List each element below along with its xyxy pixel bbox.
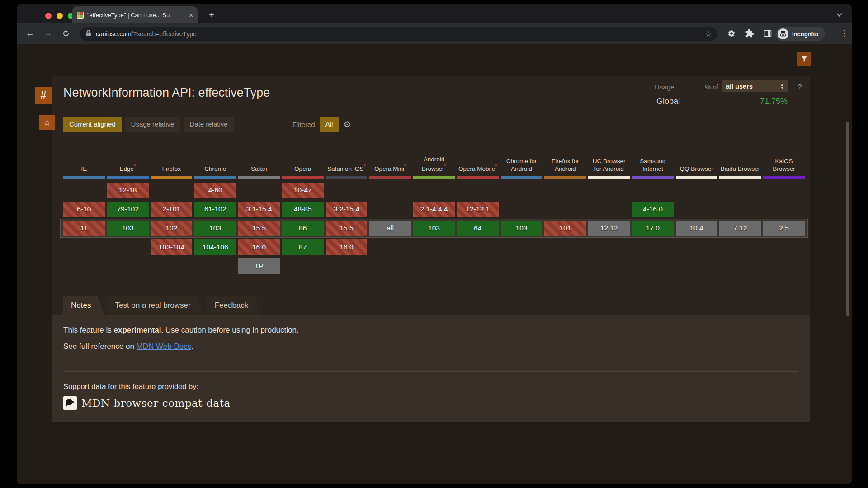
browser-header[interactable]: IE <box>63 136 105 179</box>
browser-color-bar <box>326 176 368 179</box>
reload-button[interactable] <box>62 29 70 39</box>
browser-header[interactable]: Edge* <box>107 136 149 179</box>
support-cell[interactable]: 48-85 <box>282 202 324 217</box>
empty-cell <box>501 202 542 217</box>
lock-icon[interactable] <box>85 30 91 38</box>
back-button[interactable]: ← <box>26 28 34 38</box>
empty-cell <box>501 239 542 255</box>
support-cell[interactable]: 16.0 <box>326 239 368 255</box>
browser-header[interactable]: Firefox for Android <box>544 136 586 179</box>
new-tab-button[interactable]: + <box>206 9 217 21</box>
support-cell[interactable]: 103 <box>413 221 455 236</box>
extension-gear-icon[interactable] <box>727 29 736 40</box>
browser-header[interactable]: Safari on iOS* <box>326 136 368 179</box>
browser-name: Edge* <box>107 163 149 173</box>
support-cell[interactable]: 15.5 <box>326 221 368 236</box>
support-cell[interactable]: 101 <box>544 221 586 236</box>
support-cell[interactable]: 15.5 <box>238 221 280 236</box>
support-cell[interactable]: 12.12 <box>588 221 630 236</box>
support-cell[interactable]: 79-102 <box>107 202 149 217</box>
support-cell[interactable]: 87 <box>282 239 324 255</box>
browser-name: Baidu Browser <box>719 165 761 173</box>
support-cell[interactable]: 2.1-4.4.4 <box>413 202 455 217</box>
empty-cell <box>719 258 761 274</box>
hash-anchor-button[interactable]: # <box>35 87 52 104</box>
support-cell[interactable]: 61-102 <box>194 202 236 217</box>
extensions-puzzle-icon[interactable] <box>745 29 754 40</box>
support-cell[interactable]: 103 <box>501 221 542 236</box>
tab-search-chevron-icon[interactable] <box>837 12 842 16</box>
browser-header[interactable]: Safari <box>238 136 280 179</box>
empty-cell <box>632 258 674 274</box>
browser-header[interactable]: Chrome for Android <box>501 136 542 179</box>
support-cell[interactable]: 11 <box>63 221 105 236</box>
browser-header[interactable]: Android Browser* <box>413 136 455 179</box>
bookmark-star-icon[interactable]: ☆ <box>705 29 712 39</box>
usage-relative-button[interactable]: Usage relative <box>125 117 180 132</box>
support-cell[interactable]: all <box>369 221 411 236</box>
support-cell[interactable]: 17.0 <box>632 221 674 236</box>
support-cell[interactable]: 103 <box>194 221 236 236</box>
support-cell[interactable]: 4-60 <box>194 183 236 198</box>
tab-test-on-real-browser[interactable]: Test on a real browser <box>107 296 204 315</box>
browser-color-bar <box>763 176 805 179</box>
support-cell[interactable]: 4-16.0 <box>632 202 674 217</box>
support-cell[interactable]: 10-47 <box>282 183 324 198</box>
filter-funnel-button[interactable] <box>797 52 811 66</box>
settings-gear-icon[interactable]: ⚙ <box>343 119 351 130</box>
empty-cell <box>501 258 542 274</box>
usage-help-button[interactable]: ? <box>798 83 802 90</box>
mdn-web-docs-link[interactable]: MDN Web Docs <box>137 342 192 351</box>
support-cell[interactable]: 2.5 <box>763 221 805 236</box>
browser-tab[interactable]: "effectiveType" | Can I use... Su × <box>72 6 198 23</box>
support-cell[interactable]: 7.12 <box>719 221 761 236</box>
browser-header[interactable]: Opera Mini* <box>369 136 411 179</box>
usage-select-value: all users <box>726 83 780 90</box>
support-cell[interactable]: 104-106 <box>194 239 236 255</box>
browser-header[interactable]: Firefox <box>151 136 193 179</box>
support-cell[interactable]: 102 <box>151 221 193 236</box>
empty-cell <box>676 239 717 255</box>
support-cell[interactable]: 12-18 <box>107 183 149 198</box>
browser-header[interactable]: Opera <box>282 136 324 179</box>
incognito-badge[interactable]: Incognito <box>775 27 825 41</box>
browser-color-bar <box>282 176 324 179</box>
browser-name: Opera Mini* <box>369 163 411 173</box>
tab-notes[interactable]: Notes <box>63 296 104 315</box>
support-cell[interactable]: 103 <box>107 221 149 236</box>
browser-header[interactable]: Opera Mobile* <box>457 136 499 179</box>
forward-button[interactable]: → <box>44 28 52 38</box>
current-aligned-button[interactable]: Current aligned <box>63 117 122 132</box>
tab-feedback[interactable]: Feedback <box>207 296 262 315</box>
browser-header[interactable]: Samsung Internet <box>632 136 674 179</box>
menu-kebab-icon[interactable]: ⋮ <box>840 28 848 38</box>
browser-header[interactable]: KaiOS Browser <box>763 136 805 179</box>
side-panel-icon[interactable] <box>763 29 772 40</box>
support-cell[interactable]: 2-101 <box>151 202 193 217</box>
scrollbar-thumb[interactable] <box>846 122 849 316</box>
support-cell[interactable]: 10.4 <box>676 221 717 236</box>
support-cell[interactable]: 3.1-15.4 <box>238 202 280 217</box>
browser-header[interactable]: Chrome <box>194 136 236 179</box>
browser-header[interactable]: Baidu Browser <box>719 136 761 179</box>
support-cell[interactable]: 103-104 <box>151 239 193 255</box>
favorite-star-button[interactable]: ☆ <box>39 115 55 130</box>
support-cell[interactable]: TP <box>238 258 280 274</box>
support-cell[interactable]: 3.2-15.4 <box>326 202 368 217</box>
close-window-button[interactable] <box>45 13 52 19</box>
filter-all-button[interactable]: All <box>320 117 339 132</box>
tab-close-icon[interactable]: × <box>189 11 193 19</box>
date-relative-button[interactable]: Date relative <box>184 117 233 132</box>
support-cell[interactable]: 16.0 <box>238 239 280 255</box>
browser-header[interactable]: QQ Browser <box>676 136 717 179</box>
empty-cell <box>457 239 499 255</box>
support-cell[interactable]: 12-12.1 <box>457 202 499 217</box>
usage-select[interactable]: all users ▲▼ <box>722 80 788 92</box>
mdn-source-link[interactable]: MDN browser-compat-data <box>63 396 231 410</box>
minimize-window-button[interactable] <box>57 13 63 19</box>
address-bar[interactable]: caniuse.com/?search=effectiveType ☆ <box>80 27 717 41</box>
support-cell[interactable]: 86 <box>282 221 324 236</box>
browser-header[interactable]: UC Browser for Android <box>588 136 630 179</box>
support-cell[interactable]: 64 <box>457 221 499 236</box>
support-cell[interactable]: 6-10 <box>63 202 105 217</box>
